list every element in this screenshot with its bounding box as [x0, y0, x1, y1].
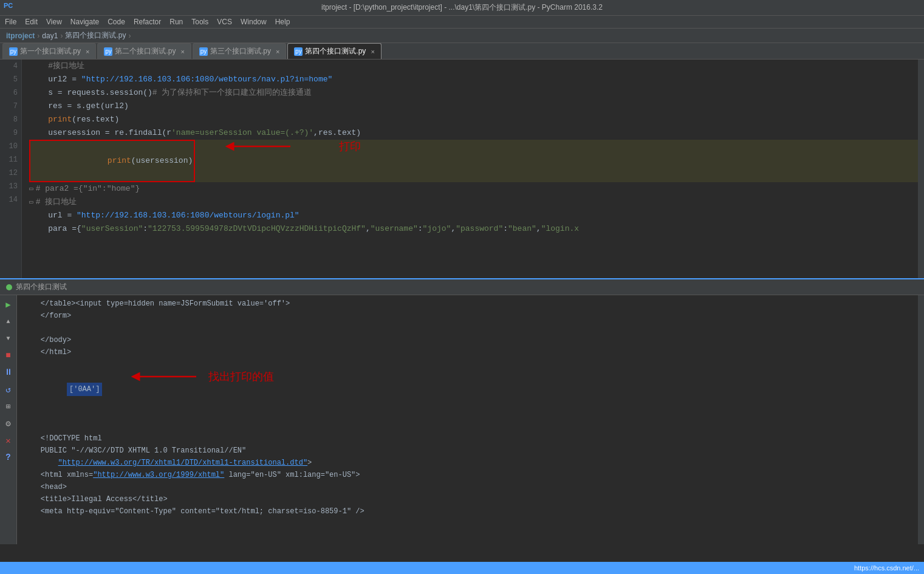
run-play-button[interactable]: ▶: [2, 298, 15, 311]
code-line-14: para ={"userSession":"122753.599594978zD…: [29, 222, 918, 236]
run-panel: 第四个接口测试 ▶ ▲ ▼ ■ ⏸ ↺ ⊞ ⚙ ✕ ? </table><inp…: [0, 278, 924, 545]
editor-pane: 4 5 6 7 8 9 10 11 12 13 14 #接口地址: [0, 60, 924, 278]
output-line-4: </body>: [23, 334, 912, 346]
output-link-xmlns[interactable]: "http://www.w3.org/1999/xhtml": [93, 471, 224, 479]
output-line-1: </table><input type=hidden name=JSFormSu…: [23, 298, 912, 310]
line-numbers: 4 5 6 7 8 9 10 11 12 13 14: [0, 60, 22, 278]
run-stop-button[interactable]: ■: [2, 349, 15, 362]
menu-file[interactable]: File: [5, 18, 16, 26]
menu-help[interactable]: Help: [275, 18, 290, 26]
window-title: itproject - [D:\python_project\itproject…: [321, 3, 603, 12]
code-line-6: s = requests.session()# 为了保持和下一个接口建立相同的连…: [29, 86, 918, 100]
output-line-2: </form>: [23, 310, 912, 322]
menu-navigate[interactable]: Navigate: [70, 18, 99, 26]
tab-2-close[interactable]: ×: [180, 48, 184, 55]
tab-3-close[interactable]: ×: [276, 48, 279, 55]
pc-icon: PC: [4, 2, 13, 9]
code-line-8: print(res.text): [29, 113, 918, 126]
output-line-10: <html xmlns="http://www.w3.org/1999/xhtm…: [23, 469, 912, 481]
status-bar: https://hcs.csdn.net/...: [0, 562, 924, 574]
code-line-5: url2 = "http://192.168.103.106:1080/webt…: [29, 73, 918, 86]
run-title: 第四个接口测试: [16, 282, 67, 292]
editor-scrollbar[interactable]: [918, 60, 924, 278]
output-line-11: <head>: [23, 481, 912, 493]
code-line-11: ▭ # para2 ={"in":"home"}: [29, 182, 918, 196]
run-scrollbar[interactable]: [918, 295, 924, 544]
code-line-7: res = s.get(url2): [29, 100, 918, 113]
tab-1-icon: py: [9, 47, 18, 56]
output-line-6: [23, 358, 912, 371]
run-output: </table><input type=hidden name=JSFormSu…: [17, 295, 918, 544]
tab-3[interactable]: py 第三个接口测试.py ×: [193, 43, 286, 59]
run-header: 第四个接口测试: [0, 279, 924, 295]
annotation-dayin: 打印: [339, 140, 361, 153]
tab-4[interactable]: py 第四个接口测试.py ×: [287, 43, 381, 59]
run-sidebar: ▶ ▲ ▼ ■ ⏸ ↺ ⊞ ⚙ ✕ ?: [0, 295, 17, 544]
output-line-5: </html>: [23, 346, 912, 358]
run-settings-button[interactable]: ⚙: [2, 417, 15, 430]
output-line-12: <title>Illegal Access</title>: [23, 493, 912, 505]
code-line-4: #接口地址: [29, 60, 918, 73]
arrow-runpanel: [129, 371, 202, 383]
run-pin-button[interactable]: ✕: [2, 434, 15, 447]
run-help-button[interactable]: ?: [2, 451, 15, 464]
tab-4-label: 第四个接口测试.py: [305, 46, 366, 56]
tab-bar: py 第一个接口测试.py × py 第二个接口测试.py × py 第三个接口…: [0, 43, 924, 60]
output-line-9: "http://www.w3.org/TR/xhtml1/DTD/xhtml1-…: [23, 457, 912, 469]
breadcrumb-file[interactable]: 第四个接口测试.py: [65, 30, 126, 41]
menu-bar: File Edit View Navigate Code Refactor Ru…: [0, 16, 924, 29]
code-content[interactable]: #接口地址 url2 = "http://192.168.103.106:108…: [22, 60, 918, 278]
tab-2[interactable]: py 第二个接口测试.py ×: [97, 43, 191, 59]
breadcrumb-folder[interactable]: day1: [42, 32, 58, 40]
tab-2-icon: py: [104, 47, 112, 56]
menu-run[interactable]: Run: [169, 18, 183, 26]
arrow-line10: [224, 140, 296, 153]
tab-1-close[interactable]: ×: [86, 48, 89, 55]
breadcrumb-project[interactable]: itproject: [6, 32, 35, 40]
output-link-dtd[interactable]: "http://www.w3.org/TR/xhtml1/DTD/xhtml1-…: [58, 459, 307, 467]
menu-vcs[interactable]: VCS: [217, 18, 232, 26]
annotation-find-value: 找出打印的值: [208, 371, 274, 383]
breadcrumb-sep3: ›: [128, 32, 131, 40]
code-line-12: ▭ # 接口地址: [29, 196, 918, 209]
output-line-highlighted: ['0AA'] 找出打印的值: [23, 371, 912, 432]
menu-tools[interactable]: Tools: [191, 18, 208, 26]
tab-4-icon: py: [294, 47, 303, 56]
output-line-8: PUBLIC "-//W3C//DTD XHTML 1.0 Transition…: [23, 445, 912, 457]
title-bar: PC itproject - [D:\python_project\itproj…: [0, 0, 924, 16]
statusbar-right: https://hcs.csdn.net/...: [854, 564, 919, 572]
tab-1[interactable]: py 第一个接口测试.py ×: [2, 43, 96, 59]
tab-3-label: 第三个接口测试.py: [210, 46, 271, 56]
output-line-7: <!DOCTYPE html: [23, 432, 912, 445]
tab-3-icon: py: [199, 47, 208, 56]
menu-code[interactable]: Code: [108, 18, 125, 26]
run-pause-button[interactable]: ⏸: [2, 366, 15, 379]
run-up-button[interactable]: ▲: [2, 315, 15, 328]
menu-window[interactable]: Window: [241, 18, 267, 26]
menu-edit[interactable]: Edit: [25, 18, 38, 26]
menu-refactor[interactable]: Refactor: [134, 18, 161, 26]
run-status-dot: [6, 284, 12, 290]
run-down-button[interactable]: ▼: [2, 332, 15, 345]
breadcrumb-sep1: ›: [37, 32, 39, 40]
code-line-10-print: print(usersession): [29, 140, 195, 182]
menu-view[interactable]: View: [46, 18, 62, 26]
code-line-13: url = "http://192.168.103.106:1080/webto…: [29, 209, 918, 222]
run-rerun-button[interactable]: ↺: [2, 383, 15, 396]
tab-1-label: 第一个接口测试.py: [20, 46, 81, 56]
output-line-3: [23, 322, 912, 334]
output-value: ['0AA']: [67, 383, 102, 396]
tab-2-label: 第二个接口测试.py: [115, 46, 176, 56]
code-line-10: print(usersession) 打印: [29, 140, 918, 182]
breadcrumb-sep2: ›: [60, 32, 63, 40]
tab-4-close[interactable]: ×: [371, 48, 374, 55]
output-line-13: <meta http-equiv="Content-Type" content=…: [23, 505, 912, 518]
code-line-9: usersession = re.findall(r'name=userSess…: [29, 126, 918, 140]
run-container: ▶ ▲ ▼ ■ ⏸ ↺ ⊞ ⚙ ✕ ? </table><input type=…: [0, 295, 924, 544]
run-edit-button[interactable]: ⊞: [2, 400, 15, 413]
breadcrumb: itproject › day1 › 第四个接口测试.py ›: [0, 29, 924, 43]
